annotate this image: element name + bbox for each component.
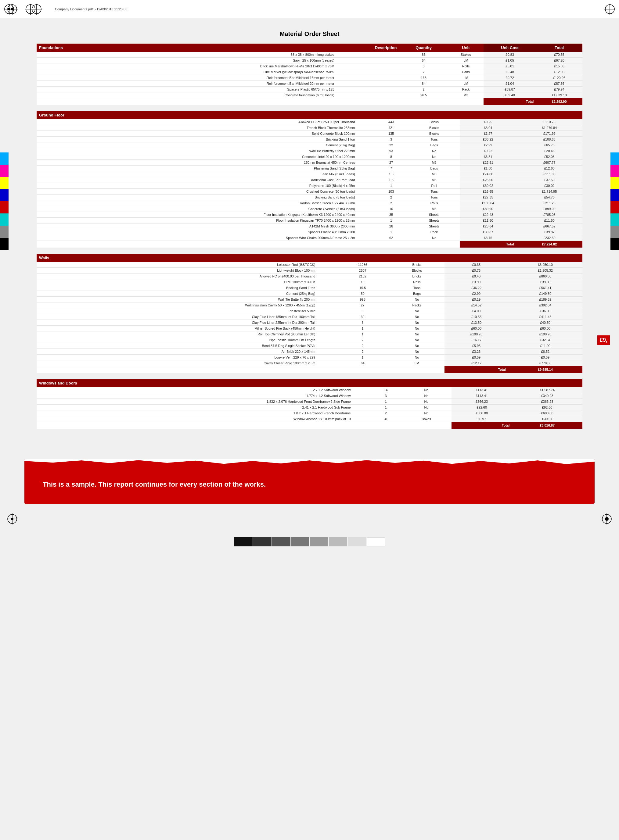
- item-ucost: £100.70: [444, 331, 508, 337]
- item-qty2: 443: [374, 119, 408, 125]
- table-row: Clay Flue Liner 185mm Int Dia 180mm Tall…: [37, 314, 582, 320]
- item-total: £30.07: [512, 416, 582, 422]
- table-row: Louvre Vent 229 x 76 x 229 1 No £0.59 £0…: [37, 355, 582, 360]
- item-qty: [337, 75, 399, 81]
- item-qty2: 15.5: [336, 285, 389, 291]
- item-qty: [318, 308, 336, 314]
- item-ucost: £60.00: [444, 326, 508, 331]
- col-header-ucost: Unit Cost: [483, 43, 536, 52]
- item-qty: [353, 404, 371, 410]
- table-row: Bend 87.5 Deg Single Socket PCVu 2 No £5…: [37, 343, 582, 349]
- foundations-table: Foundations Description Quantity Unit Un…: [37, 43, 582, 105]
- item-desc: Allowed PC of £400.00 per Thousand: [37, 273, 318, 279]
- item-desc: Radon Barrier Green 15 x 4m 360mu: [37, 200, 357, 206]
- item-qty2: 50: [336, 291, 389, 297]
- item-qty: [357, 148, 374, 154]
- item-total: £785.05: [516, 212, 582, 218]
- table-row: Wall Tie Butterfly 200mm 998 No £0.19 £1…: [37, 297, 582, 303]
- bottom-swatch-8: [367, 537, 385, 546]
- item-desc: Lean Mix (3 m3 Loads): [37, 172, 357, 177]
- item-qty2: 2: [336, 343, 389, 349]
- item-desc: Clay Flue Liner 225mm Int Dia 300mm Tall: [37, 320, 318, 326]
- item-total: £39.00: [508, 279, 582, 285]
- item-desc: Sawn 25 x 100mm (treated): [37, 58, 337, 63]
- table-row: Cement (25kg Bag) 50 Bags £2.99 £149.50: [37, 291, 582, 297]
- item-ucost: £0.22: [460, 148, 516, 154]
- walls-header: Walls: [37, 254, 582, 262]
- table-row: DPC 100mm x 30LM 10 Rolls £3.90 £39.00: [37, 279, 582, 285]
- item-qty: [357, 229, 374, 235]
- item-qty: [318, 297, 336, 303]
- item-desc: Roll Top Chimney Pot (900mm Length): [37, 331, 318, 337]
- table-row: Bricking Sand 1 ton 3 Tons £36.22 £108.6…: [37, 137, 582, 142]
- item-unit: No: [401, 387, 452, 393]
- item-qty: [357, 166, 374, 172]
- item-ucost: £1.27: [460, 131, 516, 137]
- item-desc: Polythene 100 (Black) 4 x 25m: [37, 183, 357, 189]
- item-total: £15.03: [536, 63, 582, 69]
- item-qty: [318, 268, 336, 273]
- table-row: Reinforcement Bar Mildsteel 16mm per met…: [37, 75, 582, 81]
- item-qty: [318, 320, 336, 326]
- item-unit: M2: [408, 160, 459, 166]
- item-unit: No: [408, 148, 459, 154]
- item-ucost: £0.25: [460, 119, 516, 125]
- item-qty: [318, 273, 336, 279]
- item-qty2: 84: [399, 81, 448, 87]
- item-total: £12.60: [516, 166, 582, 172]
- item-ucost: £16.17: [444, 337, 508, 343]
- item-qty: [318, 343, 336, 349]
- item-qty2: 64: [336, 360, 389, 366]
- item-qty2: 27: [336, 303, 389, 308]
- item-desc: Additional Cost For Part Load: [37, 177, 357, 183]
- walls-table: Walls Leicester Red (I8STOCK) 11286 Bric…: [37, 254, 582, 373]
- item-qty2: 1.5: [374, 177, 408, 183]
- walls-section-name: Walls: [37, 254, 582, 262]
- bottom-swatch-3: [272, 537, 290, 546]
- item-qty2: 2: [374, 194, 408, 200]
- table-row: Milner Scored Fire Back (450mm Height) 1…: [37, 326, 582, 331]
- right-side-label: £9,: [597, 336, 610, 345]
- item-ucost: £16.65: [460, 189, 516, 194]
- item-ucost: £39.87: [483, 87, 536, 93]
- swatch-gray: [0, 225, 9, 238]
- item-qty: [357, 177, 374, 183]
- item-ucost: £5.01: [483, 63, 536, 69]
- ground-floor-total-label: Total: [460, 241, 516, 248]
- item-qty: [318, 326, 336, 331]
- item-qty2: 3: [370, 393, 401, 399]
- item-desc: Trench Block Thermalite 255mm: [37, 125, 357, 131]
- ground-floor-table: Ground Floor Allowed PC. of £250.00 per …: [37, 111, 582, 248]
- foundations-section-name: Foundations: [37, 43, 337, 52]
- item-total: £1,839.10: [536, 93, 582, 98]
- item-total: £108.66: [516, 137, 582, 142]
- item-ucost: £3.90: [444, 279, 508, 285]
- table-row: Spacers Wire Chairs 200mm A Frame 25 x 2…: [37, 235, 582, 241]
- item-unit: No: [389, 297, 444, 303]
- table-row: Clay Flue Liner 225mm Int Dia 300mm Tall…: [37, 320, 582, 326]
- item-unit: No: [401, 404, 452, 410]
- item-qty2: 64: [399, 58, 448, 63]
- item-unit: Packs: [389, 303, 444, 308]
- item-unit: Bricks: [408, 119, 459, 125]
- item-desc: 1.774 x 1.2 Softwood Window: [37, 393, 353, 399]
- item-total: £3,950.10: [508, 262, 582, 268]
- item-unit: Tons: [408, 194, 459, 200]
- item-desc: 38 x 38 x 800mm long stakes: [37, 52, 337, 58]
- table-row: Window Anchor 8 x 100mm pack of 10 31 Bo…: [37, 416, 582, 422]
- item-qty2: 998: [336, 297, 389, 303]
- item-total: £120.96: [536, 75, 582, 81]
- swatch-red: [0, 201, 9, 213]
- item-qty2: 1: [336, 326, 389, 331]
- item-total: £110.75: [516, 119, 582, 125]
- table-row: 150mm Beams at 450mm Centres 27 M2 £22.5…: [37, 160, 582, 166]
- windows-doors-total-value: £3,016.87: [512, 422, 582, 429]
- item-total: £667.52: [516, 224, 582, 229]
- item-total: £340.23: [512, 393, 582, 399]
- item-total: £0.59: [508, 355, 582, 360]
- item-total: £211.28: [516, 200, 582, 206]
- item-unit: Bags: [389, 291, 444, 297]
- item-desc: 2.41 x 2.1 Hardwood Sub Frame: [37, 404, 353, 410]
- item-qty: [337, 58, 399, 63]
- windows-doors-total-row: Total £3,016.87: [37, 422, 582, 429]
